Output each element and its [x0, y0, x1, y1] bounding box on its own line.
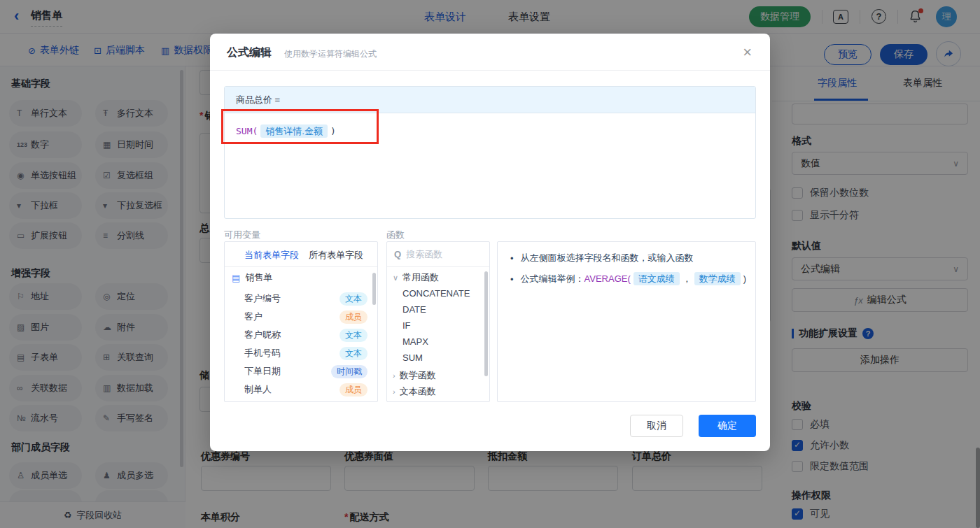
type-badge: 文本: [340, 292, 368, 306]
document-icon: ▤: [232, 273, 240, 283]
red-annotation-box: [221, 109, 379, 144]
example-function-name: AVERAGE(: [584, 273, 631, 284]
function-date[interactable]: DATE: [402, 304, 426, 315]
confirm-button[interactable]: 确定: [699, 415, 756, 437]
function-search-input[interactable]: [406, 249, 476, 259]
type-badge: 文本: [340, 329, 368, 342]
function-mapx[interactable]: MAPX: [402, 336, 428, 347]
function-search[interactable]: Q: [387, 242, 489, 267]
dialog-title: 公式编辑: [227, 45, 272, 60]
chevron-right-icon: ›: [393, 371, 396, 380]
help-panel: • 从左侧面板选择字段名和函数，或输入函数 • 公式编辑举例：AVERAGE(语…: [497, 241, 756, 402]
variable-customer[interactable]: 客户成员: [244, 308, 368, 326]
form-tree-root[interactable]: ▤ 销售单: [232, 271, 272, 284]
group-common-functions[interactable]: ∨ 常用函数: [393, 271, 439, 284]
cancel-button[interactable]: 取消: [630, 415, 683, 437]
formula-edit-dialog: 公式编辑 使用数学运算符编辑公式 × 商品总价 = SUM(销售详情.金额) 可…: [210, 34, 770, 451]
function-sum[interactable]: SUM: [402, 352, 423, 363]
chevron-right-icon: ›: [393, 387, 396, 396]
help-tip-2: • 公式编辑举例：AVERAGE(语文成绩，数学成绩): [510, 273, 746, 285]
tab-all-form-fields[interactable]: 所有表单字段: [309, 249, 363, 262]
chevron-down-icon: ∨: [393, 273, 398, 283]
function-if[interactable]: IF: [402, 320, 411, 331]
example-chip-math: 数学成绩: [694, 272, 741, 285]
dialog-subtitle: 使用数学运算符编辑公式: [284, 48, 377, 60]
function-concatenate[interactable]: CONCATENATE: [402, 288, 470, 299]
variable-order-date[interactable]: 下单日期时间戳: [244, 362, 368, 380]
type-badge: 成员: [340, 383, 368, 397]
variables-panel: 当前表单字段 所有表单字段 ▤ 销售单 客户编号文本 客户成员 客户昵称文本 手…: [224, 241, 378, 402]
variable-customer-number[interactable]: 客户编号文本: [244, 290, 368, 308]
example-chip-chinese: 语文成绩: [634, 272, 680, 285]
variable-customer-nickname[interactable]: 客户昵称文本: [244, 326, 368, 344]
variables-scrollbar[interactable]: [372, 273, 376, 305]
tab-current-form-fields[interactable]: 当前表单字段: [244, 249, 299, 262]
variable-order-creator[interactable]: 制单人成员: [244, 380, 368, 399]
functions-scrollbar[interactable]: [484, 271, 488, 376]
group-math-functions[interactable]: › 数学函数: [393, 369, 436, 382]
type-badge: 文本: [340, 347, 368, 360]
variables-tabs: 当前表单字段 所有表单字段: [225, 242, 377, 267]
variable-phone-number[interactable]: 手机号码文本: [244, 344, 368, 362]
variables-label: 可用变量: [224, 229, 260, 241]
close-icon[interactable]: ×: [743, 43, 752, 62]
functions-label: 函数: [386, 229, 405, 241]
group-text-functions[interactable]: › 文本函数: [393, 385, 436, 398]
type-badge: 成员: [340, 311, 368, 324]
help-tip-1: • 从左侧面板选择字段名和函数，或输入函数: [510, 252, 694, 264]
type-badge: 时间戳: [331, 365, 368, 378]
functions-panel: Q ∨ 常用函数 CONCATENATE DATE IF MAPX SUM › …: [386, 241, 490, 402]
divider: [210, 70, 770, 71]
formula-editor[interactable]: 商品总价 = SUM(销售详情.金额): [224, 86, 756, 219]
search-icon: Q: [394, 249, 401, 259]
